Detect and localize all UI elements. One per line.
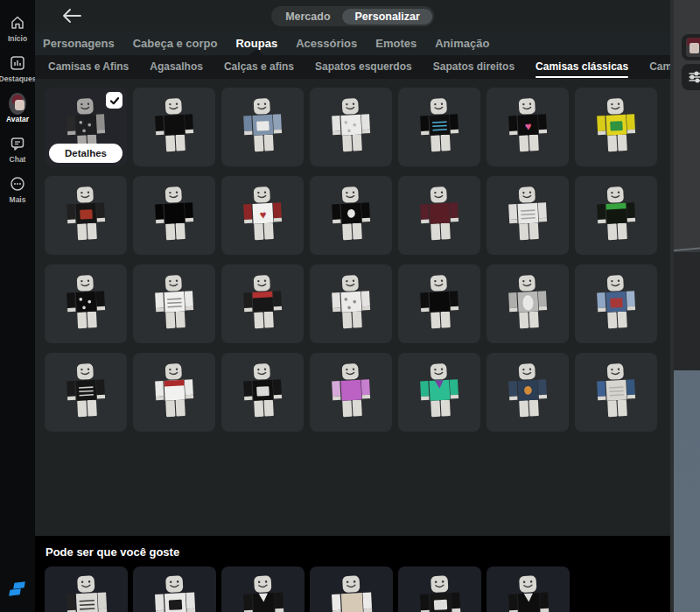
avatar-item-thumbnail (228, 571, 298, 612)
subtab-calças-e-afins[interactable]: Calças e afins (224, 56, 294, 79)
item-card-black-band-tee-red-art[interactable] (45, 176, 127, 255)
item-card-white-doodle-shirt[interactable] (310, 88, 392, 166)
item-card-white-shirt-red-sleeves[interactable]: ♥ (221, 176, 304, 255)
sidebar-item-destaques[interactable]: Destaques (0, 54, 35, 83)
subtab-camisas-clássicas[interactable]: Camisas clássicas (536, 56, 628, 79)
avatar-item-thumbnail (583, 271, 649, 337)
avatar-item-thumbnail (229, 94, 296, 160)
suggestions-panel: Pode ser que você goste (35, 536, 670, 612)
subtab-sapatos-direitos[interactable]: Sapatos direitos (433, 56, 514, 79)
avatar-item-thumbnail (141, 359, 207, 426)
avatar-item-thumbnail (52, 571, 122, 612)
item-card-gray-shirt-white-oval[interactable] (486, 264, 569, 343)
item-card-black-white-patterned-shirt[interactable]: Detalhes (45, 88, 127, 166)
subcategory-tabs: Camisas e AfinsAgasalhosCalças e afinsSa… (35, 55, 670, 79)
sidebar-item-avatar[interactable]: Avatar (0, 95, 35, 123)
subtab-camisas-e-afins[interactable]: Camisas e Afins (48, 56, 129, 79)
sidebar-item-chat[interactable]: Chat (0, 135, 35, 164)
avatar-item-thumbnail (583, 182, 649, 249)
item-card-black-shirt-white-figure[interactable] (310, 176, 392, 255)
item-card-maroon-shirt[interactable] (398, 176, 480, 255)
suggestion-card-black-suit-white-shirt[interactable] (221, 566, 304, 612)
tab-personagens[interactable]: Personagens (43, 37, 115, 50)
tab-acessórios[interactable]: Acessórios (296, 37, 357, 50)
subtab-agasalhos[interactable]: Agasalhos (150, 56, 203, 79)
suggestion-card-black-top-white-collar[interactable] (486, 566, 570, 612)
avatar-item-thumbnail (52, 182, 119, 249)
svg-text:♥: ♥ (259, 208, 267, 222)
tab-animação[interactable]: Animação (435, 37, 489, 50)
chat-icon (9, 135, 26, 152)
sidebar-item-label: Destaques (0, 74, 37, 83)
sidebar-item-mais[interactable]: Mais (0, 175, 35, 204)
suggestions-title: Pode ser que você goste (46, 545, 670, 559)
items-grid-container: Detalhes (35, 79, 670, 536)
avatar-item-thumbnail (318, 94, 384, 160)
details-button[interactable]: Detalhes (49, 144, 122, 163)
avatar-item-thumbnail (141, 94, 207, 160)
item-card-black-shirt-blue-graphic[interactable] (398, 88, 480, 166)
item-card-black-green-jersey[interactable] (575, 176, 657, 255)
tab-cabeça-e-corpo[interactable]: Cabeça e corpo (133, 37, 218, 50)
subtab-camisetas-clássicas[interactable]: Camisetas clássicas (649, 56, 670, 79)
avatar-preview-button[interactable] (682, 34, 700, 60)
filters-button[interactable] (682, 64, 700, 90)
avatar-item-thumbnail (406, 182, 472, 249)
scene-panel-edge (670, 0, 674, 612)
back-arrow-icon (62, 9, 81, 23)
item-card-denim-jacket-red-patch[interactable] (575, 264, 657, 343)
avatar-item-thumbnail (317, 571, 387, 612)
item-card-black-pattern-shirt[interactable] (398, 264, 480, 343)
avatar-item-thumbnail (494, 571, 564, 612)
toggle-mercado[interactable]: Mercado (273, 9, 342, 25)
scene-couch (670, 252, 700, 370)
item-card-black-shirt-white-emblems[interactable] (45, 264, 127, 343)
item-card-purple-pink-shirt[interactable] (310, 353, 392, 432)
item-card-white-graffiti-shirt[interactable] (310, 264, 392, 343)
item-card-black-shirt-pink-heart[interactable]: ♥ (486, 88, 569, 166)
avatar-item-thumbnail (318, 182, 384, 249)
avatar-item-thumbnail (140, 571, 210, 612)
avatar-item-thumbnail (494, 271, 561, 337)
suggestion-card-white-black-graphic-tee[interactable] (45, 566, 128, 612)
avatar-item-thumbnail (406, 94, 472, 160)
item-card-white-jersey-sponsor-text[interactable] (133, 264, 215, 343)
toggle-personalizar[interactable]: Personalizar (343, 9, 432, 25)
avatar-preview-icon (686, 38, 700, 57)
item-card-black-shirt-white-print[interactable] (221, 353, 304, 432)
sidebar: InícioDestaquesAvatarChatMais (0, 0, 35, 612)
suggestion-card-tan-front-white-shirt[interactable] (310, 566, 393, 612)
avatar-item-thumbnail (583, 94, 649, 160)
back-button[interactable] (60, 6, 84, 25)
items-grid: Detalhes (45, 88, 670, 432)
sidebar-item-label: Avatar (6, 115, 29, 123)
item-card-teal-crop-top-purple[interactable] (398, 353, 480, 432)
avatar-item-thumbnail (141, 182, 207, 249)
item-card-plain-black-shirt[interactable] (133, 88, 215, 166)
item-card-white-checkered-shirt[interactable] (486, 176, 569, 255)
tab-roupas[interactable]: Roupas (235, 37, 277, 50)
avatar-item-thumbnail (52, 359, 119, 426)
avatar-item-thumbnail (141, 271, 207, 337)
item-card-blue-jacket-white-ribbed[interactable] (575, 353, 657, 432)
item-card-white-shirt-red-top[interactable] (133, 353, 215, 432)
suggestions-row (45, 566, 670, 612)
main-panel: Mercado Personalizar PersonagensCabeça e… (35, 0, 670, 612)
sidebar-item-início[interactable]: Início (0, 14, 35, 43)
item-card-blue-gray-shirt-white-patch[interactable] (221, 88, 304, 166)
avatar-item-thumbnail (494, 182, 561, 249)
avatar-item-thumbnail (229, 271, 296, 337)
avatar-item-thumbnail (318, 359, 384, 426)
item-card-black-shirt-red-trim[interactable] (221, 264, 304, 343)
item-card-navy-shirt-orange-graphic[interactable] (486, 353, 569, 432)
suggestion-card-black-outfit-white-bands[interactable] (398, 566, 481, 612)
sliders-icon (688, 70, 700, 84)
top-bar: Mercado Personalizar (35, 0, 670, 32)
app-logo-icon (9, 580, 26, 598)
item-card-yellow-green-jersey[interactable] (575, 88, 657, 166)
tab-emotes[interactable]: Emotes (375, 37, 416, 50)
item-card-black-shirt-white-details[interactable] (45, 353, 127, 432)
subtab-sapatos-esquerdos[interactable]: Sapatos esquerdos (315, 56, 412, 79)
item-card-plain-black-shirt-wide[interactable] (133, 176, 215, 255)
suggestion-card-white-shirt-black-vest[interactable] (133, 566, 216, 612)
